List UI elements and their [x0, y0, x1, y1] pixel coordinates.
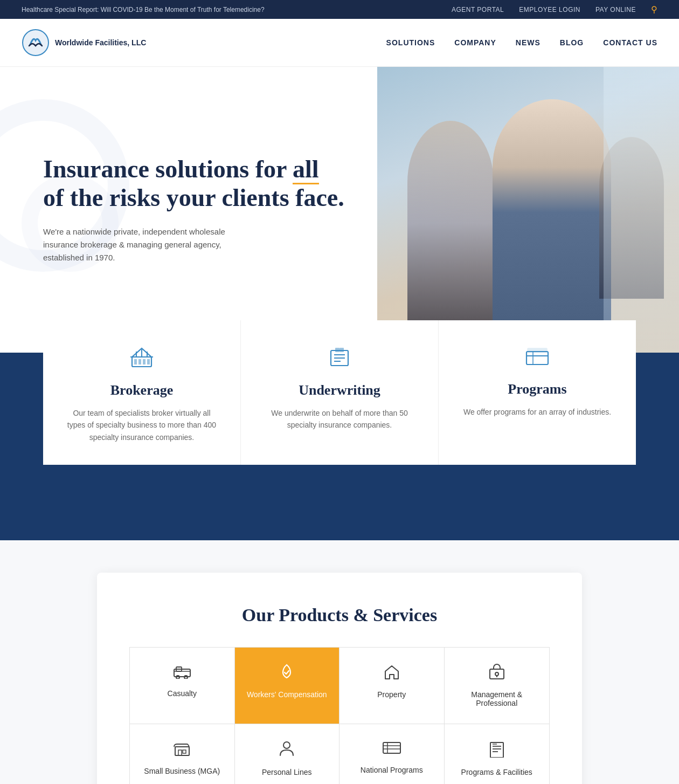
nav-links: SOLUTIONS COMPANY NEWS BLOG CONTACT US [386, 38, 657, 47]
employee-login-link[interactable]: EMPLOYEE LOGIN [519, 6, 580, 13]
main-nav: Worldwide Facilities, LLC SOLUTIONS COMP… [0, 19, 679, 67]
brokerage-text: Our team of specialists broker virtually… [65, 407, 219, 443]
products-wrapper: Our Products & Services Casualty [97, 573, 582, 784]
small-business-icon [173, 740, 191, 760]
svg-point-21 [495, 672, 498, 676]
svg-point-26 [283, 742, 290, 748]
svg-rect-25 [183, 750, 186, 753]
programs-facilities-icon [488, 740, 505, 761]
product-personal-lines[interactable]: Personal Lines [235, 724, 340, 784]
top-bar: Healthcare Special Report: Will COVID-19… [0, 0, 679, 19]
svg-rect-12 [526, 352, 548, 365]
svg-rect-31 [490, 742, 503, 758]
hero-section: Insurance solutions for all of the risks… [0, 67, 679, 353]
workers-comp-label: Workers' Compensation [247, 690, 327, 699]
svg-rect-4 [143, 359, 146, 365]
svg-rect-27 [383, 742, 400, 753]
brokerage-card: Brokerage Our team of specialists broker… [43, 320, 241, 465]
product-small-business[interactable]: Small Business (MGA) [130, 724, 235, 784]
svg-rect-2 [134, 359, 137, 365]
nav-news[interactable]: NEWS [516, 38, 541, 47]
products-title: Our Products & Services [129, 605, 550, 625]
svg-rect-23 [175, 747, 189, 755]
logo-text: Worldwide Facilities, LLC [55, 38, 146, 47]
product-national-programs[interactable]: National Programs [340, 724, 445, 784]
property-icon [383, 664, 400, 684]
agent-portal-link[interactable]: AGENT PORTAL [452, 6, 504, 13]
small-business-label: Small Business (MGA) [144, 767, 220, 775]
product-programs-facilities[interactable]: Programs & Facilities [445, 724, 550, 784]
national-programs-label: National Programs [361, 766, 423, 774]
svg-rect-10 [335, 348, 340, 352]
hero-photo [377, 67, 679, 353]
nav-solutions[interactable]: SOLUTIONS [386, 38, 435, 47]
brokerage-icon [65, 347, 219, 373]
programs-icon [460, 347, 614, 372]
logo[interactable]: Worldwide Facilities, LLC [22, 29, 146, 57]
personal-lines-label: Personal Lines [262, 768, 312, 776]
svg-rect-3 [138, 359, 141, 365]
hero-image [377, 67, 679, 353]
casualty-label: Casualty [168, 689, 197, 698]
national-programs-icon [382, 740, 401, 759]
programs-facilities-label: Programs & Facilities [461, 768, 532, 776]
svg-rect-20 [490, 669, 504, 679]
nav-company[interactable]: COMPANY [454, 38, 496, 47]
products-grid: Casualty Workers' Compensation [129, 647, 550, 784]
casualty-icon [173, 664, 191, 683]
news-ticker: Healthcare Special Report: Will COVID-19… [22, 6, 265, 13]
person-silhouette-main [493, 99, 611, 326]
programs-title: Programs [460, 381, 614, 397]
svg-rect-11 [340, 348, 344, 352]
product-casualty[interactable]: Casualty [130, 648, 235, 724]
cards-row: Brokerage Our team of specialists broker… [43, 320, 636, 465]
underwriting-card: Underwriting We underwrite on behalf of … [241, 320, 439, 465]
hero-title: Insurance solutions for all of the risks… [43, 155, 345, 212]
management-icon [488, 664, 506, 684]
programs-text: We offer programs for an array of indust… [460, 406, 614, 418]
underwriting-text: We underwrite on behalf of more than 50 … [262, 407, 417, 431]
management-label: Management & Professional [455, 690, 539, 707]
product-property[interactable]: Property [340, 648, 445, 724]
nav-contact[interactable]: CONTACT US [603, 38, 657, 47]
hero-highlight: all [293, 155, 319, 184]
top-bar-links: AGENT PORTAL EMPLOYEE LOGIN PAY ONLINE ⚲ [452, 4, 657, 15]
hero-subtitle: We're a nationwide private, independent … [43, 225, 248, 264]
nav-blog[interactable]: BLOG [560, 38, 584, 47]
search-icon[interactable]: ⚲ [651, 4, 657, 15]
blue-section: Brokerage Our team of specialists broker… [0, 353, 679, 540]
property-label: Property [377, 690, 406, 699]
products-section: Our Products & Services Casualty [0, 540, 679, 784]
pay-online-link[interactable]: PAY ONLINE [595, 6, 636, 13]
workers-comp-icon [278, 664, 296, 684]
svg-rect-24 [178, 750, 182, 755]
underwriting-title: Underwriting [262, 382, 417, 398]
logo-icon [22, 29, 50, 57]
svg-rect-15 [528, 348, 547, 353]
personal-lines-icon [279, 740, 295, 761]
brokerage-title: Brokerage [65, 382, 219, 398]
programs-card: Programs We offer programs for an array … [439, 320, 636, 465]
product-management[interactable]: Management & Professional [445, 648, 550, 724]
person-silhouette-left [407, 121, 494, 326]
product-workers-comp[interactable]: Workers' Compensation [235, 648, 340, 724]
svg-rect-5 [147, 359, 150, 365]
svg-point-0 [23, 30, 48, 56]
hero-left: Insurance solutions for all of the risks… [0, 67, 377, 353]
underwriting-icon [262, 347, 417, 373]
